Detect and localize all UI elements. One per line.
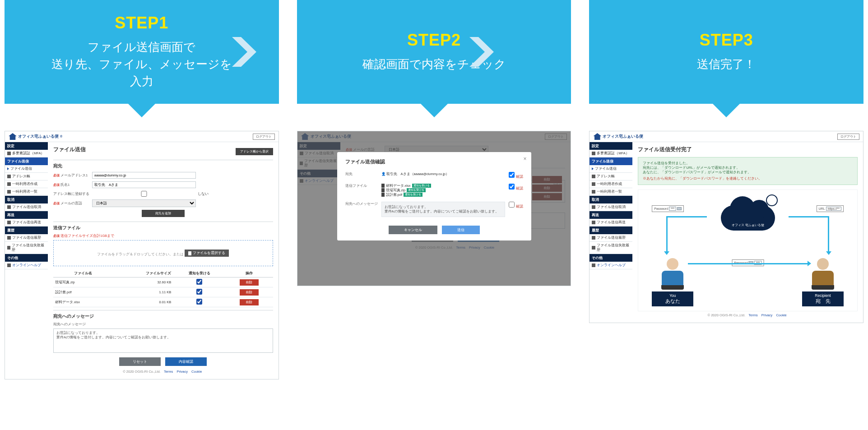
hist-icon xyxy=(7,236,11,240)
add-dest-button[interactable]: 宛先を追加 xyxy=(142,210,185,217)
cancel-button[interactable]: キャンセル xyxy=(389,226,437,234)
logout-button[interactable]: ログアウト xyxy=(253,134,275,140)
sidebar-item[interactable]: 一時利用者作成 xyxy=(5,180,48,188)
register-checkbox[interactable] xyxy=(92,191,196,197)
sidebar-item-label: 一時利用者作成 xyxy=(597,182,622,186)
sidebar-item-label: 一時利用者一覧 xyxy=(597,190,622,194)
sidebar-item[interactable]: 多要素認証（MFA） xyxy=(5,150,48,157)
file-name: 設計書.pdf xyxy=(53,287,113,297)
notify-checkbox[interactable] xyxy=(196,299,202,305)
shot1-window: オフィス宅ふぁいる便 ® ログアウト 設定多要素認証（MFA）ファイル送信ファイ… xyxy=(5,131,279,379)
message-textarea[interactable]: お世話になっております。 案件Aの情報をご送付します。内容についてご確認をお願い… xyxy=(53,328,273,353)
file-icon xyxy=(381,193,385,197)
sidebar-item[interactable]: ファイル送信再送 xyxy=(5,219,48,227)
sidebar-item-label: アドレス帳 xyxy=(597,174,615,179)
sidebar-header: 取消 xyxy=(589,196,632,203)
sidebar-item-label: ファイル送信履歴 xyxy=(597,236,626,240)
select-file-button[interactable]: ファイルを選択する xyxy=(185,250,229,257)
file-confirm-check[interactable]: 確認 xyxy=(505,184,523,197)
sidebar-item[interactable]: オンラインヘルプ xyxy=(589,262,632,269)
msg-confirm-check[interactable]: 確認 xyxy=(505,202,523,209)
sidebar-item[interactable]: 一時利用者作成 xyxy=(589,180,632,188)
close-icon[interactable]: × xyxy=(523,156,526,162)
step1-caption: ファイル送信画面で 送り先、ファイル、メッセージを 入力 xyxy=(51,39,232,90)
main-panel: ファイル送信 アドレス帳から選択 宛先 必須メールアドレス1 必須氏名1 xyxy=(48,142,279,379)
sidebar-item-label: 多要素認証（MFA） xyxy=(597,151,629,156)
footer-privacy[interactable]: Privacy xyxy=(761,313,773,317)
shot2-window: オフィス宅ふぁいる便 ログアウト 設定ファイル送信取消ファイル送信失敗履歴その他… xyxy=(297,131,571,286)
password-label-left: Password *** xyxy=(652,205,684,212)
footer-cookie[interactable]: Cookie xyxy=(776,313,786,317)
footer-privacy[interactable]: Privacy xyxy=(176,370,188,374)
sidebar-item-label: アドレス帳 xyxy=(12,174,30,179)
delete-button[interactable]: 削除 xyxy=(240,279,259,286)
notify-checkbox[interactable] xyxy=(196,279,202,285)
footer-cookie[interactable]: Cookie xyxy=(191,370,202,374)
sidebar: 設定多要素認証（MFA）ファイル送信ファイル送信アドレス帳一時利用者作成一時利用… xyxy=(589,142,632,323)
reset-button[interactable]: リセット xyxy=(119,357,161,366)
arrow-icon xyxy=(7,167,9,170)
file-size: 1.11 KB xyxy=(113,287,173,297)
sidebar-item[interactable]: 一時利用者一覧 xyxy=(5,188,48,196)
dest-confirm-check[interactable]: 確認 xyxy=(505,172,523,179)
sidebar-item[interactable]: 一時利用者一覧 xyxy=(589,188,632,196)
footer-terms[interactable]: Terms xyxy=(748,313,757,317)
drop-zone[interactable]: ファイルをドラッグ＆ドロップしてください。または ファイルを選択する xyxy=(53,240,273,266)
app-logo: オフィス宅ふぁいる便 ® xyxy=(9,133,62,140)
sidebar-item-label: ファイル送信取消 xyxy=(12,205,41,209)
house-icon xyxy=(593,133,601,140)
diagram: オフィス 宅ふぁいる便 Password *** URL xyxy=(638,190,858,311)
sidebar-item[interactable]: ファイル送信失敗履歴 xyxy=(5,242,48,254)
sidebar-header: 取消 xyxy=(5,196,48,203)
modal-file: 設計書.pdf 通知を受ける xyxy=(381,193,505,197)
sidebar-item[interactable]: ファイル送信取消 xyxy=(5,203,48,211)
sidebar-item-label: ファイル送信 xyxy=(595,166,617,171)
sidebar-header: ファイル送信 xyxy=(5,157,48,165)
book-icon xyxy=(7,175,11,178)
hist-icon xyxy=(7,246,10,250)
logout-button[interactable]: ログアウト xyxy=(837,134,859,140)
sidebar-item[interactable]: オンラインヘルプ xyxy=(5,262,48,269)
delete-button[interactable]: 削除 xyxy=(240,289,259,296)
sidebar-header: その他 xyxy=(589,254,632,262)
user-icon: 👤 xyxy=(381,172,385,176)
file-icon xyxy=(381,188,385,192)
mfa-icon xyxy=(7,152,11,155)
file-icon xyxy=(188,251,191,255)
language-select[interactable]: 日本語 xyxy=(92,199,196,207)
send-button[interactable]: 送信 xyxy=(442,226,480,234)
sidebar-item[interactable]: ファイル送信 xyxy=(5,165,48,173)
sidebar-item-label: ファイル送信履歴 xyxy=(12,236,41,240)
sidebar-item[interactable]: ファイル送信履歴 xyxy=(5,234,48,242)
sidebar-item[interactable]: アドレス帳 xyxy=(5,173,48,180)
address-book-button[interactable]: アドレス帳から選択 xyxy=(236,148,273,155)
key-icon xyxy=(677,207,682,210)
name-field[interactable] xyxy=(92,181,196,188)
sidebar-item-label: 一時利用者一覧 xyxy=(12,190,37,194)
cloud-icon: オフィス 宅ふぁいる便 xyxy=(721,196,775,231)
confirm-button[interactable]: 内容確認 xyxy=(165,357,207,366)
sidebar-header: 再送 xyxy=(589,211,632,219)
sidebar-item[interactable]: ファイル送信履歴 xyxy=(589,234,632,242)
help-icon xyxy=(7,264,11,267)
delete-button[interactable]: 削除 xyxy=(240,299,259,305)
url-label-right: URL https://** xyxy=(817,205,844,212)
sidebar-item[interactable]: アドレス帳 xyxy=(589,173,632,180)
sidebar-header: その他 xyxy=(5,254,48,262)
email-field[interactable] xyxy=(92,172,196,179)
shot3-window: オフィス宅ふぁいる便 ログアウト 設定多要素認証（MFA）ファイル送信ファイル送… xyxy=(589,131,863,323)
sidebar-item[interactable]: ファイル送信失敗履歴 xyxy=(589,242,632,254)
sidebar-header: 履歴 xyxy=(5,227,48,234)
table-row: 現場写真.zip32.60 KB削除 xyxy=(53,277,273,287)
sidebar-item[interactable]: ファイル送信 xyxy=(589,165,632,173)
sidebar-item[interactable]: ファイル送信取消 xyxy=(589,203,632,211)
step-card-3: STEP3 送信完了！ xyxy=(589,0,863,104)
hist-icon xyxy=(592,236,595,240)
footer-terms[interactable]: Terms xyxy=(164,370,173,374)
notify-checkbox[interactable] xyxy=(196,289,202,295)
files-section: 送信ファイル xyxy=(53,222,273,231)
dest-section: 宛先 xyxy=(53,160,273,169)
sidebar-item[interactable]: ファイル送信再送 xyxy=(589,219,632,227)
sidebar-item[interactable]: 多要素認証（MFA） xyxy=(589,150,632,157)
footer: © 2020 OGIS-RI Co.,Ltd. Terms Privacy Co… xyxy=(638,311,858,319)
